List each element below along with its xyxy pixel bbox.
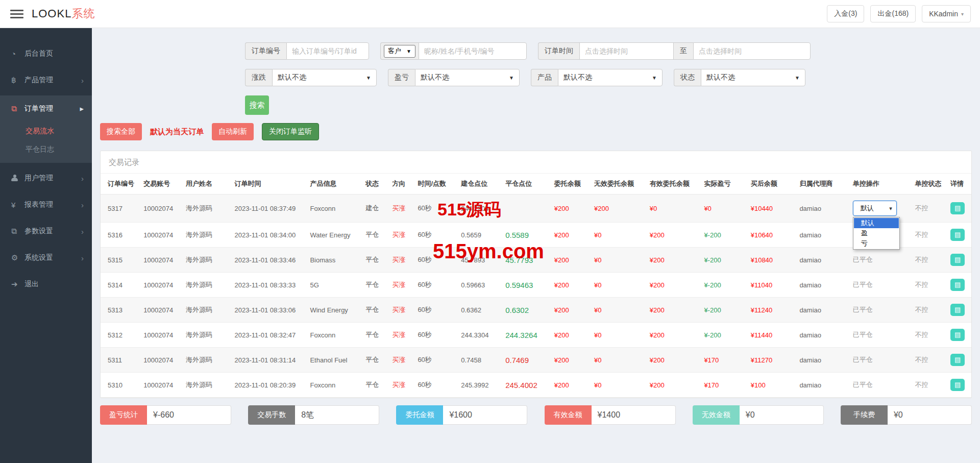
cell-invalid-balance: ¥0	[591, 248, 647, 273]
filter-select-1[interactable]: 默认不选▼	[415, 69, 520, 86]
cell-profit-text: ¥-200	[704, 306, 721, 314]
cell-order-id: 5317	[101, 194, 140, 223]
chevron-down-icon: ▼	[366, 75, 371, 81]
menu-toggle-icon[interactable]	[10, 8, 23, 20]
cell-after-balance: ¥10840	[748, 248, 797, 273]
filter-select-0[interactable]: 默认不选▼	[272, 69, 377, 86]
table-row: 531510002074海外源码2023-11-01 08:33:46Bioma…	[101, 248, 971, 273]
filter-select-value: 默认不选	[706, 73, 735, 82]
user-menu[interactable]: KKadmin ▾	[922, 5, 971, 22]
cell-after-balance-text: ¥100	[751, 381, 766, 389]
detail-button[interactable]: ▤	[950, 229, 965, 241]
time-range-label: 订单时间	[538, 42, 579, 60]
cell-agent: damiao	[796, 348, 849, 373]
order-no-input[interactable]	[286, 42, 369, 60]
search-button[interactable]: 搜索	[245, 95, 269, 115]
table-row: 531610002074海外源码2023-11-01 08:34:00Water…	[101, 223, 971, 248]
detail-button[interactable]: ▤	[950, 354, 965, 366]
sidebar-item-products[interactable]: ฿ 产品管理 ›	[0, 67, 92, 93]
cell-product-text: Foxconn	[310, 205, 335, 212]
detail-button[interactable]: ▤	[950, 304, 965, 316]
cell-invalid-balance-text: ¥200	[594, 205, 609, 212]
column-header: 方向	[389, 174, 414, 194]
column-header: 买后余额	[748, 174, 797, 194]
summary-label: 委托金额	[396, 405, 443, 425]
sidebar-item-logout[interactable]: ➔ 退出	[0, 271, 92, 298]
cell-user-name: 海外源码	[183, 248, 232, 273]
summary-value: 8笔	[295, 405, 379, 425]
auto-refresh-button[interactable]: 自动刷新	[212, 123, 254, 140]
chevron-down-icon: ▼	[652, 75, 657, 81]
bitcoin-icon: ฿	[11, 76, 24, 85]
customer-type-select[interactable]: 客户 ▼	[384, 45, 415, 58]
detail-button[interactable]: ▤	[950, 379, 965, 391]
detail-button[interactable]: ▤	[950, 202, 965, 214]
customer-input[interactable]	[419, 42, 527, 60]
sidebar-item-system[interactable]: ⚙ 系统设置 ›	[0, 245, 92, 271]
control-status-text: 已平仓	[853, 306, 873, 313]
control-select[interactable]: 默认▾	[853, 201, 897, 216]
close-monitor-button[interactable]: 关闭订单监听	[262, 123, 319, 140]
detail-button[interactable]: ▤	[950, 279, 965, 291]
cell-order-id-text: 5316	[108, 231, 122, 239]
sidebar-subitem-label: 平仓日志	[26, 145, 54, 154]
cell-control-state-text: 不控	[915, 281, 928, 288]
cell-order-id-text: 5313	[108, 306, 122, 314]
cell-entrust-balance-text: ¥200	[554, 381, 569, 389]
table-row: 531110002074海外源码2023-11-01 08:31:14Ethan…	[101, 348, 971, 373]
cell-duration: 60秒	[414, 298, 458, 323]
cell-direction-text: 买涨	[392, 231, 405, 238]
column-header: 平仓点位	[502, 174, 551, 194]
sidebar-item-reports[interactable]: ¥ 报表管理 ›	[0, 191, 92, 218]
cell-detail: ▤	[947, 248, 971, 273]
sidebar-item-orders[interactable]: ⧉ 订单管理 ▸	[0, 95, 92, 122]
cell-after-balance: ¥11440	[748, 323, 797, 348]
cell-duration: 60秒	[414, 223, 458, 248]
cell-close-point-text: 0.59463	[505, 281, 533, 289]
sidebar-item-dashboard[interactable]: ◔ 后台首页	[0, 40, 92, 67]
column-header: 有效委托余额	[647, 174, 701, 194]
cell-status-text: 平仓	[365, 331, 379, 338]
cell-valid-balance: ¥0	[647, 194, 701, 223]
summary-label: 无效金额	[693, 405, 740, 425]
cell-order-id: 5315	[101, 248, 140, 273]
sidebar-item-params[interactable]: ⧉ 参数设置 ›	[0, 218, 92, 245]
cell-open-point-text: 245.3992	[461, 381, 488, 389]
cell-order-time-text: 2023-11-01 08:33:06	[235, 306, 296, 314]
sidebar-subitem-trade-flow[interactable]: 交易流水	[0, 122, 92, 140]
filter-select-3[interactable]: 默认不选▼	[701, 69, 805, 86]
sidebar-item-users[interactable]: 用户管理 ›	[0, 165, 92, 191]
cell-user-name-text: 海外源码	[186, 331, 212, 338]
dropdown-option[interactable]: 亏	[854, 238, 899, 249]
cell-order-id-text: 5315	[108, 256, 122, 264]
cell-close-point-text: 45.7793	[505, 256, 533, 264]
column-header: 订单编号	[101, 174, 140, 194]
cell-order-id: 5316	[101, 223, 140, 248]
cell-control-state-text: 不控	[915, 356, 928, 363]
cell-direction-text: 买涨	[392, 306, 405, 313]
cell-account: 10002074	[140, 273, 183, 298]
time-start-input[interactable]	[579, 42, 674, 60]
sidebar-subitem-close-log[interactable]: 平仓日志	[0, 140, 92, 159]
dropdown-option[interactable]: 默认	[854, 218, 899, 228]
detail-button[interactable]: ▤	[950, 254, 965, 266]
table-row: 531010002074海外源码2023-11-01 08:20:39Foxco…	[101, 373, 971, 398]
cell-user-name-text: 海外源码	[186, 204, 212, 212]
cell-account-text: 10002074	[143, 256, 173, 264]
column-header: 订单时间	[232, 174, 307, 194]
control-status-text: 已平仓	[853, 281, 873, 288]
cell-valid-balance: ¥200	[647, 348, 701, 373]
filter-select-2[interactable]: 默认不选▼	[558, 69, 663, 86]
withdraw-button[interactable]: 出金(168)	[870, 5, 916, 22]
deposit-button[interactable]: 入金(3)	[827, 5, 864, 22]
cell-detail: ▤	[947, 223, 971, 248]
cell-account-text: 10002074	[143, 356, 173, 364]
cell-status-text: 建仓	[365, 204, 379, 212]
time-end-input[interactable]	[693, 42, 811, 60]
customer-type-addon: 客户 ▼	[380, 42, 419, 60]
search-all-button[interactable]: 搜索全部	[100, 123, 142, 140]
dropdown-option[interactable]: 盈	[854, 228, 899, 238]
cell-valid-balance: ¥200	[647, 373, 701, 398]
detail-button[interactable]: ▤	[950, 329, 965, 341]
column-header: 单控操作	[850, 174, 912, 194]
